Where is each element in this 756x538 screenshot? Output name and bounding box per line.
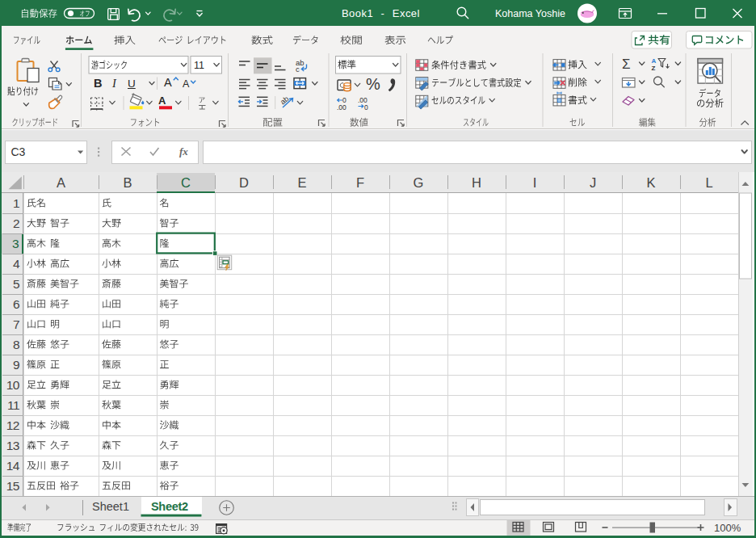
- svg-text:0: 0: [364, 103, 368, 111]
- svg-text:.00: .00: [337, 103, 346, 111]
- svg-text:c: c: [296, 65, 300, 74]
- svg-text:A: A: [652, 57, 657, 65]
- svg-text:ab: ab: [278, 94, 290, 106]
- svg-text:Z: Z: [652, 65, 656, 72]
